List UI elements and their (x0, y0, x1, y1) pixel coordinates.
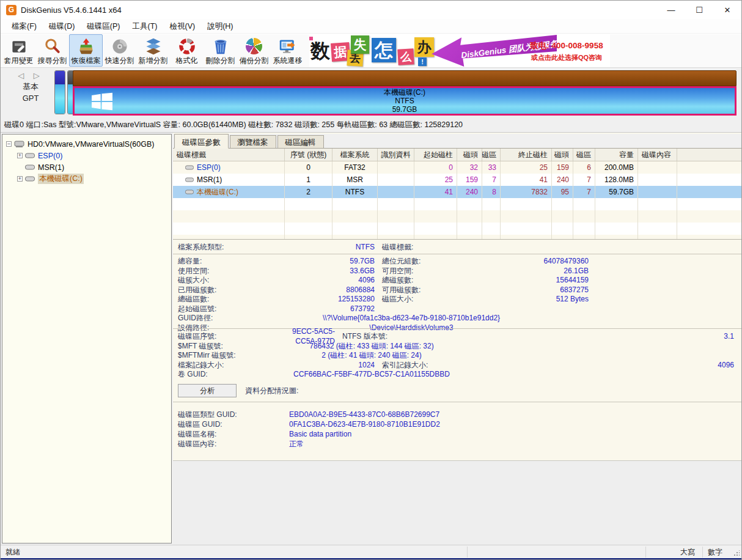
table-row-empty (173, 235, 742, 239)
detail-value: 673792 (271, 304, 375, 314)
detail-value: 512 Bytes (480, 295, 589, 304)
status-bar: 就緒 大寫 數字 (1, 545, 741, 558)
partition-bar-c[interactable]: 本機磁碟(C:) NTFS 59.7GB (73, 70, 736, 116)
detail-label: 磁簇大小: (173, 276, 271, 286)
menu-view[interactable]: 檢視(V) (163, 20, 201, 33)
partition-bar-esp[interactable] (54, 70, 65, 114)
tree-item-label: ESP(0) (38, 152, 62, 160)
delete-partition-button[interactable]: 刪除分割 (204, 34, 237, 67)
disk-nav-arrows[interactable]: ◁ ▷ (12, 71, 50, 80)
detail-value: 8806884 (271, 286, 375, 295)
tree-item-label: HD0:VMware,VMwareVirtualS(60GB) (28, 140, 154, 149)
toolbar-button-label: 系統遷移 (273, 56, 303, 66)
expand-icon[interactable]: + (17, 176, 23, 182)
disk-band (73, 70, 736, 86)
tree-item-esp[interactable]: + ESP(0) (2, 150, 171, 161)
index-size-label: 索引記錄大小: (375, 361, 480, 370)
detail-label: 磁區大小: (375, 295, 480, 304)
ad-banner[interactable]: 数 据 丢 失 怎 么 办 ! DiskGenius 团队为您服务 致电: 40… (309, 34, 610, 67)
mftmirr-label: $MFTMirr 磁簇號: (173, 351, 271, 361)
menu-tools[interactable]: 工具(T) (127, 20, 164, 33)
banner-tile: 怎 (372, 38, 396, 62)
close-button[interactable]: ✕ (713, 1, 741, 19)
menu-bar: 檔案(F) 磁碟(D) 磁碟區(P) 工具(T) 檢視(V) 說明(H) (1, 19, 741, 34)
tab-sector-edit[interactable]: 磁區編輯 (277, 135, 324, 148)
part-name-value: Basic data partition (289, 429, 742, 439)
resize-grip[interactable] (733, 550, 740, 556)
table-row-empty (173, 223, 742, 235)
part-type-guid-label: 磁碟區類型 GUID: (173, 410, 289, 419)
partition-name: 本機磁碟(C:) (384, 88, 425, 97)
banner-phone: 致电: 400-008-9958 (524, 40, 609, 51)
window-title: DiskGenius V5.4.6.1441 x64 (21, 6, 122, 15)
ntfs-version-value: 3.1 (408, 332, 742, 342)
search-partition-button[interactable]: 搜尋分割 (35, 34, 69, 67)
disk-info-line: 磁碟0 端口:Sas 型號:VMware,VMwareVirtualS 容量: … (1, 118, 741, 133)
banner-tile: 么 (397, 48, 414, 65)
detail-label: 已用磁簇數: (173, 286, 271, 295)
fs-type-label: 檔案系統類型: (173, 243, 271, 252)
table-row-esp[interactable]: ESP(0) 0 FAT32 0 32 33 25 159 6 200.0MB (173, 161, 742, 174)
format-button[interactable]: 格式化 (170, 34, 204, 67)
partition-icon (185, 190, 194, 194)
menu-help[interactable]: 說明(H) (201, 20, 239, 33)
analyze-button[interactable]: 分析 (178, 384, 237, 397)
apply-changes-button[interactable]: 套用變更 (2, 34, 35, 67)
partition-tree: − HD0:VMware,VMwareVirtualS(60GB) + ESP(… (2, 134, 172, 543)
detail-value: 125153280 (271, 295, 375, 304)
table-row-c-drive-selected[interactable]: 本機磁碟(C:) 2 NTFS 41 240 8 7832 95 7 59.7G… (173, 186, 742, 198)
status-ready: 就緒 (6, 547, 20, 558)
apply-changes-icon (9, 37, 29, 56)
menu-disk[interactable]: 磁碟(D) (43, 20, 81, 33)
vol-label-label: 磁碟標籤: (375, 243, 480, 252)
tree-item-msr[interactable]: MSR(1) (2, 161, 171, 173)
diskgenius-window: G DiskGenius V5.4.6.1441 x64 — ☐ ✕ 檔案(F)… (0, 0, 742, 560)
toolbar-button-label: 套用變更 (4, 56, 34, 66)
partition-fs: NTFS (395, 97, 414, 105)
new-partition-button[interactable]: 新增分割 (136, 34, 170, 67)
expand-icon[interactable]: + (17, 153, 23, 158)
banner-tile: ! (418, 57, 427, 66)
backup-partition-icon (244, 37, 265, 56)
banner-qq-link[interactable]: 或点击此处选择QQ咨询 (524, 53, 609, 62)
ntfs-details-section: 磁碟區序號: 9ECC-5AC5-CC5A-977D NTFS 版本號: 3.1… (173, 328, 742, 380)
banner-tile: 失 (351, 35, 369, 54)
disk-type-label: 基本 (12, 81, 50, 92)
tab-partition-params[interactable]: 磁碟區參數 (174, 134, 229, 149)
table-row-msr[interactable]: MSR(1) 1 MSR 25 159 7 41 240 7 128.0MB (173, 174, 742, 186)
menu-partition[interactable]: 磁碟區(P) (81, 20, 126, 33)
maximize-button[interactable]: ☐ (685, 1, 713, 19)
table-header-row: 磁碟標籤 序號 (狀態) 檔案系統 識別資料 起始磁柱 磁頭 磁區 終止磁柱 磁… (173, 149, 742, 161)
mftmirr-value: 2 (磁柱: 41 磁頭: 240 磁區: 24) (271, 351, 472, 361)
tree-item-c-drive[interactable]: + 本機磁碟(C:) (2, 173, 171, 185)
tab-browse-files[interactable]: 瀏覽檔案 (230, 135, 276, 148)
tree-item-hd0[interactable]: − HD0:VMware,VMwareVirtualS(60GB) (2, 138, 171, 150)
detail-label: 總磁區數: (173, 295, 271, 304)
mft-label: $MFT 磁簇號: (173, 342, 271, 352)
recover-files-button[interactable]: 恢復檔案 (69, 34, 103, 67)
detail-pane: 磁碟區參數 瀏覽檔案 磁區編輯 磁碟標籤 序號 (狀態) 檔案系統 識別資料 起… (173, 133, 742, 545)
detail-label: 起始磁區號: (173, 304, 271, 314)
guid-path-label: GUID路徑: (173, 314, 271, 323)
detail-label: 總磁簇數: (375, 276, 480, 286)
minimize-button[interactable]: — (657, 1, 685, 19)
table-row-empty (173, 210, 742, 223)
detail-value: 64078479360 (480, 257, 589, 267)
menu-file[interactable]: 檔案(F) (6, 20, 43, 33)
system-migration-button[interactable]: 系統遷移 (271, 34, 304, 67)
status-capslock: 大寫 (680, 547, 695, 558)
ntfs-version-label: NTFS 版本號: (335, 332, 408, 342)
index-size-value: 4096 (480, 361, 742, 370)
part-status-value: 正常 (289, 439, 742, 449)
collapse-icon[interactable]: − (6, 141, 12, 147)
search-icon (42, 37, 63, 56)
backup-partition-button[interactable]: 備份分割 (237, 34, 271, 67)
quick-partition-button[interactable]: 快速分割 (103, 34, 136, 67)
selected-partition-box[interactable]: 本機磁碟(C:) NTFS 59.7GB (73, 86, 736, 116)
part-status-label: 磁碟區內容: (173, 439, 289, 449)
tab-bar: 磁碟區參數 瀏覽檔案 磁區編輯 (173, 134, 742, 149)
serial-label: 磁碟區序號: (173, 332, 271, 342)
app-icon: G (6, 5, 17, 15)
record-size-value: 1024 (271, 361, 375, 370)
partition-icon (25, 176, 35, 182)
